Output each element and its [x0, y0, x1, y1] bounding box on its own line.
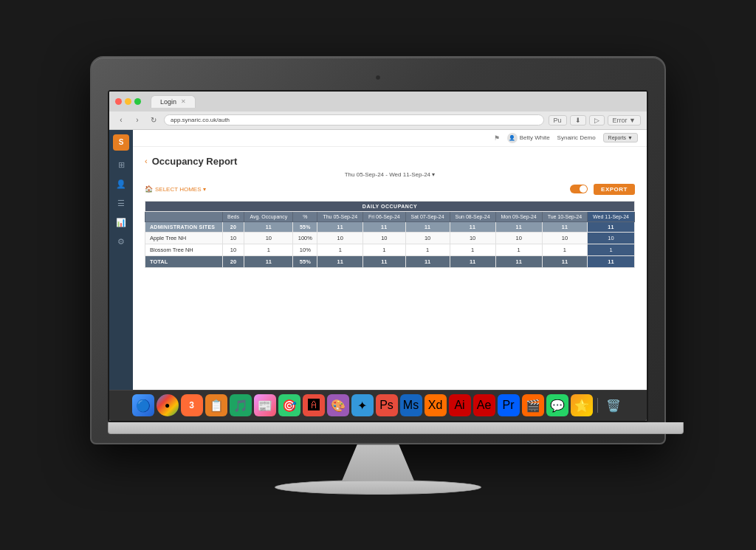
app-layout: S ⊞ 👤 ☰ 📊 ⚙ ⚑ 👤: [109, 130, 647, 390]
occupancy-table: DAILY OCCUPANCY Beds Avg. Occupancy % Th…: [145, 201, 635, 268]
user-avatar: 👤: [507, 133, 518, 143]
group-sat: 11: [405, 221, 450, 232]
nav-refresh-button[interactable]: ↻: [148, 114, 159, 126]
row-sun: 10: [450, 232, 495, 244]
dock-icon-trash[interactable]: 🗑️: [602, 394, 625, 416]
browser-action-download[interactable]: ⬇: [570, 115, 586, 126]
dock-icon-app7[interactable]: 🎨: [327, 394, 349, 416]
dock-icon-app11[interactable]: Xd: [425, 394, 447, 416]
dock-icon-app13[interactable]: Ae: [473, 394, 495, 416]
dock-icon-app8[interactable]: ✦: [351, 394, 374, 416]
maximize-button[interactable]: [134, 98, 141, 105]
row-tue: 1: [542, 244, 587, 255]
monitor-stand-base: [275, 480, 481, 495]
page-content: ‹ Occupancy Report Thu 05-Sep-24 - Wed 1…: [133, 147, 647, 390]
group-avg: 11: [244, 221, 293, 232]
browser-action-pu[interactable]: Pu: [549, 115, 567, 126]
reports-dropdown[interactable]: Reports ▼: [603, 133, 638, 142]
user-name: Betty White: [520, 134, 550, 141]
dock-divider: [597, 398, 598, 413]
row-wed: 10: [588, 232, 635, 244]
row-beds: 10: [222, 232, 244, 244]
total-sun: 11: [450, 255, 495, 267]
mac-dock: 🔵 ● 3 📋 🎵 📰 🎯 🅰 🎨 ✦ Ps Ms Xd Ai Ae Pr: [109, 390, 647, 421]
dock-icon-app4[interactable]: 📰: [254, 394, 276, 416]
dock-icon-app9[interactable]: Ps: [376, 394, 398, 416]
total-tue: 11: [542, 255, 587, 267]
row-avg: 10: [244, 232, 293, 244]
dock-icon-app16[interactable]: 💬: [546, 394, 568, 416]
company-name: Synairic Demo: [557, 134, 596, 141]
row-thu: 10: [317, 232, 363, 244]
dock-icon-app1[interactable]: 3: [181, 394, 203, 416]
col-header-name: [145, 211, 223, 221]
export-button[interactable]: EXPORT: [594, 184, 635, 195]
dock-icon-chrome[interactable]: ●: [157, 394, 179, 416]
group-pct: 55%: [293, 221, 317, 232]
dock-icon-app5[interactable]: 🎯: [278, 394, 300, 416]
back-arrow[interactable]: ‹: [145, 157, 148, 165]
sidebar-icon-menu[interactable]: ☰: [114, 196, 128, 211]
browser-titlebar: Login ✕: [109, 92, 647, 111]
monitor-bottom-bezel: [108, 422, 684, 434]
row-mon: 1: [495, 244, 542, 255]
browser-action-play[interactable]: ▷: [589, 115, 605, 126]
dock-icon-app2[interactable]: 📋: [205, 394, 227, 416]
dock-icon-app6[interactable]: 🅰: [303, 394, 325, 416]
dock-icon-app12[interactable]: Ai: [449, 394, 471, 416]
user-info[interactable]: 👤 Betty White: [507, 133, 550, 143]
sidebar-icon-home[interactable]: ⊞: [114, 158, 128, 173]
total-beds: 20: [222, 255, 244, 267]
col-header-thu: Thu 05-Sep-24: [317, 211, 363, 221]
browser-action-error[interactable]: Error ▼: [608, 115, 641, 126]
total-label: TOTAL: [145, 255, 223, 267]
group-beds: 20: [222, 221, 244, 232]
group-sun: 11: [450, 221, 495, 232]
row-thu: 1: [317, 244, 363, 255]
col-header-sun: Sun 08-Sep-24: [450, 211, 495, 221]
address-bar[interactable]: app.synaric.co.uk/auth: [164, 114, 544, 126]
row-name: Apple Tree NH: [145, 232, 223, 244]
row-sat: 10: [405, 232, 450, 244]
app-header: ⚑ 👤 Betty White Synairic Demo Reports ▼: [133, 130, 647, 147]
row-wed: 1: [588, 244, 635, 255]
dock-icon-app14[interactable]: Pr: [498, 394, 520, 416]
tab-close-icon[interactable]: ✕: [181, 98, 186, 105]
total-mon: 11: [495, 255, 542, 267]
screen-inner: Login ✕ ‹ › ↻ app.synaric.co.uk/auth Pu …: [109, 92, 647, 421]
row-avg: 1: [244, 244, 293, 255]
dock-icon-app10[interactable]: Ms: [400, 394, 422, 416]
group-name: ADMINISTRATION SITES: [145, 221, 223, 232]
row-fri: 1: [363, 244, 406, 255]
flag-icon: ⚑: [494, 134, 500, 142]
tab-label: Login: [160, 98, 176, 106]
sidebar: S ⊞ 👤 ☰ 📊 ⚙: [109, 130, 133, 390]
date-range-dropdown[interactable]: Thu 05-Sep-24 - Wed 11-Sep-24 ▾: [345, 171, 436, 178]
row-sun: 1: [450, 244, 495, 255]
col-header-tue: Tue 10-Sep-24: [542, 211, 587, 221]
row-pct: 100%: [293, 232, 317, 244]
dock-icon-finder[interactable]: 🔵: [132, 394, 154, 416]
sidebar-icon-user[interactable]: 👤: [114, 177, 128, 192]
dock-icon-app17[interactable]: ⭐: [571, 394, 593, 416]
sidebar-icon-reports[interactable]: 📊: [114, 216, 128, 230]
sidebar-icon-settings[interactable]: ⚙: [114, 235, 128, 250]
close-button[interactable]: [115, 98, 122, 105]
browser-tab[interactable]: Login ✕: [151, 95, 196, 108]
nav-forward-button[interactable]: ›: [131, 114, 143, 126]
dock-icon-app15[interactable]: 🎬: [522, 394, 544, 416]
toggle-knob: [580, 185, 587, 193]
toggle-switch[interactable]: [570, 185, 588, 193]
select-homes-button[interactable]: 🏠 SELECT HOMES ▾: [145, 185, 206, 193]
row-fri: 10: [363, 232, 406, 244]
browser-actions: Pu ⬇ ▷ Error ▼: [549, 115, 641, 126]
nav-back-button[interactable]: ‹: [115, 114, 127, 126]
main-content: ⚑ 👤 Betty White Synairic Demo Reports ▼: [133, 130, 647, 390]
dock-icon-app3[interactable]: 🎵: [230, 394, 252, 416]
col-header-sat: Sat 07-Sep-24: [405, 211, 450, 221]
minimize-button[interactable]: [125, 98, 131, 105]
row-name: Blossom Tree NH: [145, 244, 223, 255]
homes-icon: 🏠: [145, 185, 153, 193]
total-thu: 11: [317, 255, 363, 267]
col-header-fri: Fri 06-Sep-24: [363, 211, 406, 221]
